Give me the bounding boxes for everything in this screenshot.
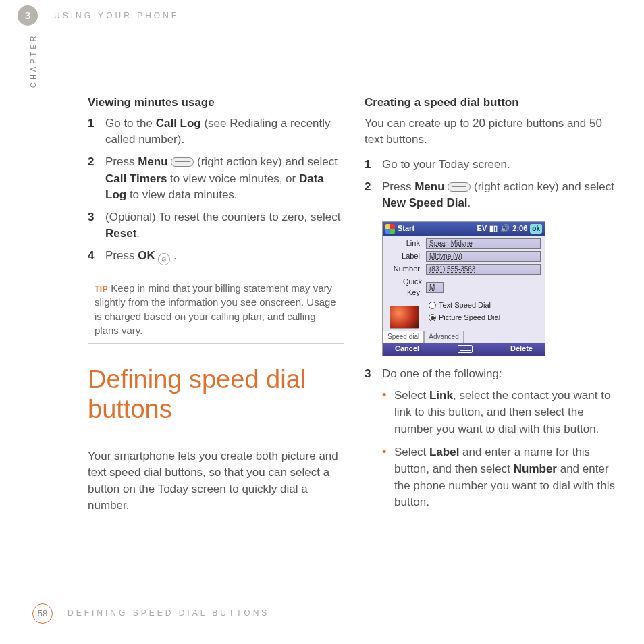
text: to view voice minutes, or [167,172,299,185]
status-area: EV ▮▯ 🔊 2:06 ok [477,223,542,234]
phone-tabs: Speed dial Advanced [383,331,464,343]
text: Select [394,389,429,402]
softkey-cancel[interactable]: Cancel [395,344,419,354]
left-step-4: 4 Press OK ⊚ . [88,248,344,265]
bold-link: Link [429,389,453,402]
link-label: Link: [387,238,426,249]
bold-new-speed-dial: New Speed Dial [382,196,468,209]
label-label: Label: [387,251,426,262]
text: Go to the [105,117,156,130]
tip-label: TIP [95,284,108,294]
section-title: Defining speed dial buttons [88,365,344,433]
text: Do one of the following: [382,366,502,383]
windows-flag-icon [385,224,395,234]
bold-ok: OK [138,249,155,262]
text: (Optional) To reset the counters to zero… [105,211,340,223]
text: to view data minutes. [126,188,237,201]
number-field[interactable]: (831) 555-3563 [426,264,541,275]
bullet-item: • Select Label and enter a name for this… [365,444,621,511]
tip-text: Keep in mind that your billing statement… [95,282,336,336]
radio-text-speed-dial[interactable]: Text Speed Dial [429,300,541,311]
left-step-2: 2 Press Menu (right action key) and sele… [88,154,344,204]
step-number: 4 [88,248,105,265]
chapter-number-badge: 3 [18,5,38,26]
clock: 2:06 [512,223,527,234]
bold-call-timers: Call Timers [105,172,167,185]
text: Press [105,155,138,168]
text: . [170,249,176,262]
phone-titlebar: Start EV ▮▯ 🔊 2:06 ok [383,222,545,236]
softkey-delete[interactable]: Delete [510,344,533,354]
number-label: Number: [387,264,426,275]
subhead-creating-speed-dial: Creating a speed dial button [365,95,621,111]
radio-picture-speed-dial[interactable]: Picture Speed Dial [429,313,541,323]
step-number: 3 [88,209,105,242]
text: . [136,227,140,240]
step-number: 1 [88,115,105,149]
action-key-icon [448,182,471,192]
bullet-dot-icon: • [382,444,394,511]
step-number: 3 [365,366,382,383]
quickkey-field[interactable]: M [426,282,444,293]
quickkey-label: Quick Key: [387,277,426,298]
text: Go to your Today screen. [382,157,510,173]
tab-speed-dial[interactable]: Speed dial [383,331,424,343]
right-step-1: 1 Go to your Today screen. [365,157,621,173]
bold-reset: Reset [105,227,136,240]
content-columns: Viewing minutes usage 1 Go to the Call L… [88,95,621,581]
running-head: USING YOUR PHONE [54,10,180,22]
ev-indicator: EV [477,223,487,234]
subhead-viewing-minutes: Viewing minutes usage [88,95,344,111]
phone-screenshot: Start EV ▮▯ 🔊 2:06 ok Link:Spear, Midyne… [382,221,545,356]
signal-icon: ▮▯ [489,223,498,234]
text: ). [178,133,184,146]
section-intro: Your smartphone lets you create both pic… [88,448,344,515]
right-step-2: 2 Press Menu (right action key) and sele… [365,179,621,212]
text: Select [394,446,429,458]
text: . [468,196,471,209]
right-column: Creating a speed dial button You can cre… [365,95,621,581]
bullet-item: • Select Link, select the contact you wa… [365,387,621,437]
right-intro: You can create up to 20 picture buttons … [365,115,621,149]
step-number: 2 [365,179,382,212]
label-field[interactable]: Midyne (w) [426,251,541,262]
tab-advanced[interactable]: Advanced [424,331,463,343]
bullet-dot-icon: • [382,387,394,437]
bold-number: Number [514,462,557,475]
keyboard-icon[interactable] [458,345,473,353]
text: (right action key) and select [471,180,614,193]
phone-body: Link:Spear, Midyne Label:Midyne (w) Numb… [383,236,545,331]
radio-label: Text Speed Dial [439,300,491,311]
footer-title: DEFINING SPEED DIAL BUTTONS [68,608,269,619]
action-key-icon [171,157,194,167]
tip-box: TIP Keep in mind that your billing state… [88,275,344,344]
ok-button[interactable]: ok [530,224,542,234]
bold-menu: Menu [138,155,167,168]
text: Press [382,180,414,193]
radio-icon [429,314,436,321]
chapter-label-vertical: CHAPTER [28,33,39,88]
bullet-list: • Select Link, select the contact you wa… [365,387,621,510]
picture-thumbnail[interactable] [390,306,419,329]
bold-menu: Menu [414,180,444,193]
phone-softkey-bar: Cancel Delete [383,343,545,356]
page-number: 58 [32,603,53,624]
bold-label: Label [429,446,459,458]
left-step-3: 3 (Optional) To reset the counters to ze… [88,209,344,242]
text: (see [201,117,230,130]
radio-icon [429,302,436,309]
radio-label: Picture Speed Dial [439,313,500,323]
text: Press [105,249,138,262]
start-button[interactable]: Start [398,223,414,234]
text: (right action key) and select [194,155,338,168]
left-column: Viewing minutes usage 1 Go to the Call L… [88,95,344,581]
speaker-icon: 🔊 [500,223,510,234]
right-step-3: 3 Do one of the following: [365,366,621,383]
step-number: 2 [88,154,105,204]
bold-call-log: Call Log [156,117,201,130]
link-field[interactable]: Spear, Midyne [426,238,541,249]
step-number: 1 [365,157,382,173]
ok-key-icon: ⊚ [158,253,170,265]
left-step-1: 1 Go to the Call Log (see Redialing a re… [88,115,344,149]
